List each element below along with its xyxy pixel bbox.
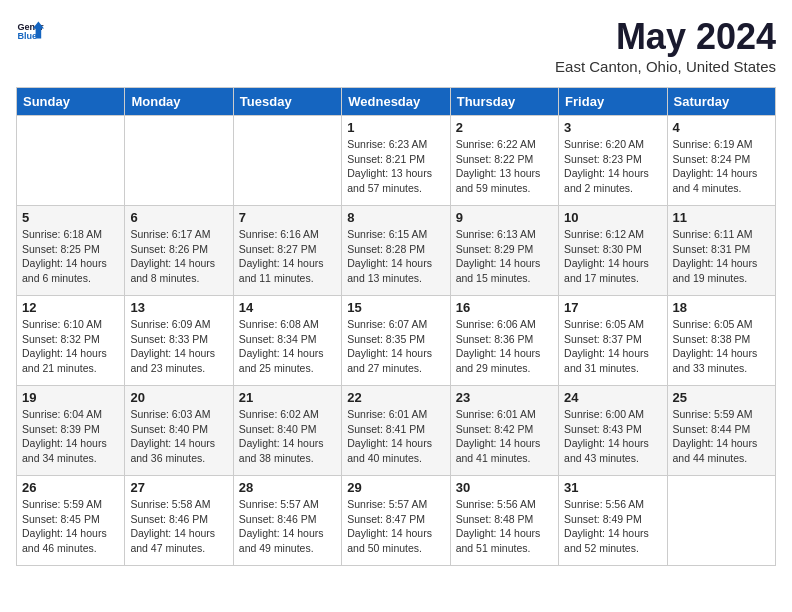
title-block: May 2024 East Canton, Ohio, United State… — [555, 16, 776, 75]
day-number: 16 — [456, 300, 553, 315]
calendar-table: SundayMondayTuesdayWednesdayThursdayFrid… — [16, 87, 776, 566]
day-number: 2 — [456, 120, 553, 135]
cell-info: Sunrise: 6:04 AM Sunset: 8:39 PM Dayligh… — [22, 407, 119, 466]
calendar-cell: 18Sunrise: 6:05 AM Sunset: 8:38 PM Dayli… — [667, 296, 775, 386]
cell-info: Sunrise: 6:17 AM Sunset: 8:26 PM Dayligh… — [130, 227, 227, 286]
day-number: 20 — [130, 390, 227, 405]
day-number: 5 — [22, 210, 119, 225]
day-number: 1 — [347, 120, 444, 135]
header-row: SundayMondayTuesdayWednesdayThursdayFrid… — [17, 88, 776, 116]
calendar-cell: 13Sunrise: 6:09 AM Sunset: 8:33 PM Dayli… — [125, 296, 233, 386]
header: General Blue May 2024 East Canton, Ohio,… — [16, 16, 776, 75]
cell-info: Sunrise: 6:10 AM Sunset: 8:32 PM Dayligh… — [22, 317, 119, 376]
calendar-cell: 23Sunrise: 6:01 AM Sunset: 8:42 PM Dayli… — [450, 386, 558, 476]
cell-info: Sunrise: 6:16 AM Sunset: 8:27 PM Dayligh… — [239, 227, 336, 286]
logo: General Blue — [16, 16, 44, 44]
cell-info: Sunrise: 6:13 AM Sunset: 8:29 PM Dayligh… — [456, 227, 553, 286]
day-number: 3 — [564, 120, 661, 135]
day-number: 28 — [239, 480, 336, 495]
cell-info: Sunrise: 6:01 AM Sunset: 8:42 PM Dayligh… — [456, 407, 553, 466]
calendar-cell: 10Sunrise: 6:12 AM Sunset: 8:30 PM Dayli… — [559, 206, 667, 296]
cell-info: Sunrise: 5:57 AM Sunset: 8:46 PM Dayligh… — [239, 497, 336, 556]
cell-info: Sunrise: 6:11 AM Sunset: 8:31 PM Dayligh… — [673, 227, 770, 286]
day-number: 10 — [564, 210, 661, 225]
day-number: 7 — [239, 210, 336, 225]
calendar-cell: 4Sunrise: 6:19 AM Sunset: 8:24 PM Daylig… — [667, 116, 775, 206]
calendar-cell — [17, 116, 125, 206]
cell-info: Sunrise: 6:20 AM Sunset: 8:23 PM Dayligh… — [564, 137, 661, 196]
week-row-3: 12Sunrise: 6:10 AM Sunset: 8:32 PM Dayli… — [17, 296, 776, 386]
column-header-monday: Monday — [125, 88, 233, 116]
cell-info: Sunrise: 6:09 AM Sunset: 8:33 PM Dayligh… — [130, 317, 227, 376]
day-number: 29 — [347, 480, 444, 495]
day-number: 6 — [130, 210, 227, 225]
calendar-cell — [125, 116, 233, 206]
week-row-2: 5Sunrise: 6:18 AM Sunset: 8:25 PM Daylig… — [17, 206, 776, 296]
cell-info: Sunrise: 6:18 AM Sunset: 8:25 PM Dayligh… — [22, 227, 119, 286]
day-number: 14 — [239, 300, 336, 315]
cell-info: Sunrise: 6:03 AM Sunset: 8:40 PM Dayligh… — [130, 407, 227, 466]
day-number: 23 — [456, 390, 553, 405]
cell-info: Sunrise: 6:15 AM Sunset: 8:28 PM Dayligh… — [347, 227, 444, 286]
calendar-cell: 5Sunrise: 6:18 AM Sunset: 8:25 PM Daylig… — [17, 206, 125, 296]
cell-info: Sunrise: 6:19 AM Sunset: 8:24 PM Dayligh… — [673, 137, 770, 196]
day-number: 30 — [456, 480, 553, 495]
calendar-cell — [667, 476, 775, 566]
calendar-cell — [233, 116, 341, 206]
cell-info: Sunrise: 5:59 AM Sunset: 8:45 PM Dayligh… — [22, 497, 119, 556]
main-title: May 2024 — [555, 16, 776, 58]
day-number: 4 — [673, 120, 770, 135]
calendar-cell: 27Sunrise: 5:58 AM Sunset: 8:46 PM Dayli… — [125, 476, 233, 566]
svg-text:Blue: Blue — [17, 31, 37, 41]
calendar-cell: 1Sunrise: 6:23 AM Sunset: 8:21 PM Daylig… — [342, 116, 450, 206]
cell-info: Sunrise: 5:59 AM Sunset: 8:44 PM Dayligh… — [673, 407, 770, 466]
cell-info: Sunrise: 6:05 AM Sunset: 8:37 PM Dayligh… — [564, 317, 661, 376]
day-number: 11 — [673, 210, 770, 225]
calendar-cell: 14Sunrise: 6:08 AM Sunset: 8:34 PM Dayli… — [233, 296, 341, 386]
cell-info: Sunrise: 6:00 AM Sunset: 8:43 PM Dayligh… — [564, 407, 661, 466]
column-header-friday: Friday — [559, 88, 667, 116]
day-number: 24 — [564, 390, 661, 405]
cell-info: Sunrise: 6:01 AM Sunset: 8:41 PM Dayligh… — [347, 407, 444, 466]
logo-icon: General Blue — [16, 16, 44, 44]
calendar-cell: 12Sunrise: 6:10 AM Sunset: 8:32 PM Dayli… — [17, 296, 125, 386]
calendar-cell: 25Sunrise: 5:59 AM Sunset: 8:44 PM Dayli… — [667, 386, 775, 476]
day-number: 9 — [456, 210, 553, 225]
cell-info: Sunrise: 6:02 AM Sunset: 8:40 PM Dayligh… — [239, 407, 336, 466]
column-header-saturday: Saturday — [667, 88, 775, 116]
calendar-cell: 16Sunrise: 6:06 AM Sunset: 8:36 PM Dayli… — [450, 296, 558, 386]
day-number: 19 — [22, 390, 119, 405]
day-number: 26 — [22, 480, 119, 495]
week-row-5: 26Sunrise: 5:59 AM Sunset: 8:45 PM Dayli… — [17, 476, 776, 566]
cell-info: Sunrise: 6:06 AM Sunset: 8:36 PM Dayligh… — [456, 317, 553, 376]
calendar-cell: 9Sunrise: 6:13 AM Sunset: 8:29 PM Daylig… — [450, 206, 558, 296]
calendar-cell: 29Sunrise: 5:57 AM Sunset: 8:47 PM Dayli… — [342, 476, 450, 566]
cell-info: Sunrise: 6:05 AM Sunset: 8:38 PM Dayligh… — [673, 317, 770, 376]
column-header-tuesday: Tuesday — [233, 88, 341, 116]
calendar-cell: 21Sunrise: 6:02 AM Sunset: 8:40 PM Dayli… — [233, 386, 341, 476]
day-number: 21 — [239, 390, 336, 405]
calendar-cell: 8Sunrise: 6:15 AM Sunset: 8:28 PM Daylig… — [342, 206, 450, 296]
cell-info: Sunrise: 6:22 AM Sunset: 8:22 PM Dayligh… — [456, 137, 553, 196]
calendar-cell: 26Sunrise: 5:59 AM Sunset: 8:45 PM Dayli… — [17, 476, 125, 566]
column-header-wednesday: Wednesday — [342, 88, 450, 116]
day-number: 17 — [564, 300, 661, 315]
column-header-sunday: Sunday — [17, 88, 125, 116]
calendar-cell: 19Sunrise: 6:04 AM Sunset: 8:39 PM Dayli… — [17, 386, 125, 476]
day-number: 18 — [673, 300, 770, 315]
cell-info: Sunrise: 6:07 AM Sunset: 8:35 PM Dayligh… — [347, 317, 444, 376]
calendar-cell: 2Sunrise: 6:22 AM Sunset: 8:22 PM Daylig… — [450, 116, 558, 206]
cell-info: Sunrise: 5:57 AM Sunset: 8:47 PM Dayligh… — [347, 497, 444, 556]
day-number: 15 — [347, 300, 444, 315]
cell-info: Sunrise: 5:58 AM Sunset: 8:46 PM Dayligh… — [130, 497, 227, 556]
cell-info: Sunrise: 6:23 AM Sunset: 8:21 PM Dayligh… — [347, 137, 444, 196]
cell-info: Sunrise: 5:56 AM Sunset: 8:48 PM Dayligh… — [456, 497, 553, 556]
day-number: 22 — [347, 390, 444, 405]
week-row-1: 1Sunrise: 6:23 AM Sunset: 8:21 PM Daylig… — [17, 116, 776, 206]
cell-info: Sunrise: 6:08 AM Sunset: 8:34 PM Dayligh… — [239, 317, 336, 376]
calendar-cell: 7Sunrise: 6:16 AM Sunset: 8:27 PM Daylig… — [233, 206, 341, 296]
calendar-cell: 17Sunrise: 6:05 AM Sunset: 8:37 PM Dayli… — [559, 296, 667, 386]
calendar-cell: 6Sunrise: 6:17 AM Sunset: 8:26 PM Daylig… — [125, 206, 233, 296]
calendar-cell: 30Sunrise: 5:56 AM Sunset: 8:48 PM Dayli… — [450, 476, 558, 566]
day-number: 8 — [347, 210, 444, 225]
